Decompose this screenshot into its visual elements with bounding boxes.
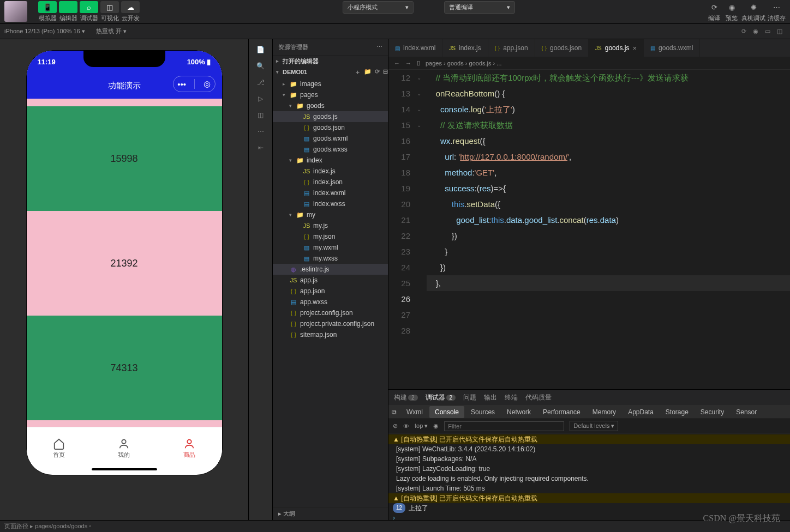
eye-icon[interactable]: 👁 — [403, 423, 409, 430]
avatar[interactable] — [4, 1, 27, 22]
file-project.config.json[interactable]: { }project.config.json — [273, 307, 388, 318]
folder-goods[interactable]: ▾📁goods — [273, 100, 388, 111]
file-.eslintrc.js[interactable]: ◍.eslintrc.js — [273, 264, 388, 275]
tab-goods.js[interactable]: JSgoods.js× — [589, 39, 644, 57]
bookmark-icon[interactable]: ▯ — [417, 59, 420, 66]
record-icon[interactable]: ◉ — [753, 28, 758, 35]
devtool-tab-Network[interactable]: Network — [501, 406, 536, 418]
search-icon[interactable]: 🔍 — [256, 62, 265, 70]
levels-dropdown[interactable]: Default levels ▾ — [570, 421, 618, 431]
file-app.js[interactable]: JSapp.js — [273, 275, 388, 286]
new-folder-icon[interactable]: 📁 — [364, 68, 372, 76]
file-goods.js[interactable]: JSgoods.js — [273, 111, 388, 122]
open-editors-section[interactable]: ▸打开的编辑器 — [273, 56, 388, 66]
more-icon[interactable]: ⋯ — [258, 128, 264, 135]
dbg-tab-终端[interactable]: 终端 — [505, 393, 518, 402]
hot-reload-toggle[interactable]: 热重载 开 ▾ — [96, 27, 127, 35]
tool-编辑器[interactable] — [59, 1, 77, 13]
debug-icon[interactable]: ▷ — [258, 95, 263, 102]
folder-pages[interactable]: ▾📁pages — [273, 89, 388, 100]
console-output[interactable]: ▲ [自动热重载] 已开启代码文件保存后自动热重载[system] WeChat… — [388, 433, 790, 520]
close-target-icon[interactable]: ◎ — [204, 79, 211, 89]
tab-goods.wxml[interactable]: ▤goods.wxml — [644, 39, 700, 57]
tool-预览[interactable]: ◉ — [724, 1, 739, 13]
tab-goods.json[interactable]: { }goods.json — [535, 39, 589, 57]
file-my.wxml[interactable]: ▤my.wxml — [273, 242, 388, 253]
tab-商品[interactable]: 商品 — [157, 427, 222, 469]
menu-icon[interactable]: ••• — [177, 80, 186, 89]
file-sitemap.json[interactable]: { }sitemap.json — [273, 329, 388, 340]
devtool-tab-AppData[interactable]: AppData — [623, 406, 659, 418]
file-project.private.config.json[interactable]: { }project.private.config.json — [273, 318, 388, 329]
devtool-tab-Sensor[interactable]: Sensor — [731, 406, 762, 418]
devtool-tab-Console[interactable]: Console — [429, 406, 464, 418]
file-index.js[interactable]: JSindex.js — [273, 166, 388, 177]
forward-icon[interactable]: → — [405, 60, 411, 66]
tab-index.js[interactable]: JSindex.js — [442, 39, 488, 57]
branch-icon[interactable]: ⎇ — [257, 78, 265, 86]
device-icon[interactable]: ▭ — [765, 28, 770, 35]
tab-app.json[interactable]: { }app.json — [488, 39, 535, 57]
file-app.wxss[interactable]: ▤app.wxss — [273, 297, 388, 307]
inspect-icon[interactable]: ⧉ — [392, 408, 397, 416]
refresh-icon[interactable]: ⟳ — [375, 68, 380, 76]
folder-images[interactable]: ▸📁images — [273, 78, 388, 89]
new-file-icon[interactable]: ＋ — [355, 68, 361, 76]
dbg-tab-代码质量[interactable]: 代码质量 — [525, 393, 552, 402]
code-editor[interactable]: 1213141516171819202122232425262728 ⌄ ⌄ ⌄… — [388, 70, 790, 389]
back-icon[interactable]: ← — [394, 60, 400, 66]
devtool-tab-Sources[interactable]: Sources — [465, 406, 500, 418]
devtool-tab-Storage[interactable]: Storage — [660, 406, 694, 418]
tab-首页[interactable]: 首页 — [27, 427, 92, 469]
file-goods.wxss[interactable]: ▤goods.wxss — [273, 144, 388, 155]
file-index.wxml[interactable]: ▤index.wxml — [273, 188, 388, 198]
tab-index.wxml[interactable]: ▤index.wxml — [388, 39, 442, 57]
console-input[interactable]: › — [388, 513, 790, 520]
mode-dropdown[interactable]: 小程序模式▾ — [343, 1, 414, 14]
tab-我的[interactable]: 我的 — [92, 427, 157, 469]
folder-index[interactable]: ▾📁index — [273, 155, 388, 166]
more-icon[interactable]: ⋯ — [376, 44, 382, 51]
outline-section[interactable]: ▸ 大纲 — [273, 507, 388, 520]
dbg-tab-调试器[interactable]: 调试器2 — [426, 393, 456, 402]
file-index.json[interactable]: { }index.json — [273, 177, 388, 188]
list-item[interactable]: 74313 — [27, 316, 222, 420]
devtool-tab-Security[interactable]: Security — [695, 406, 729, 418]
list-item[interactable] — [27, 420, 222, 427]
context-selector[interactable]: top ▾ — [415, 422, 428, 430]
device-selector[interactable]: iPhone 12/13 (Pro) 100% 16 ▾ — [4, 28, 85, 35]
devtool-tab-Performance[interactable]: Performance — [537, 406, 586, 418]
file-goods.wxml[interactable]: ▤goods.wxml — [273, 133, 388, 144]
dbg-tab-构建[interactable]: 构建2 — [394, 393, 418, 402]
collapse-icon[interactable]: ⊟ — [383, 68, 388, 76]
phone-content[interactable]: 159982139274313 — [27, 99, 222, 427]
clear-icon[interactable]: ⊘ — [393, 422, 398, 430]
tool-调试器[interactable]: ⌕ — [80, 1, 98, 13]
explorer-icon[interactable]: 📄 — [256, 46, 265, 53]
project-section[interactable]: ▾DEMO01 ＋📁⟳⊟ — [273, 66, 388, 77]
tool-编译[interactable]: ⟳ — [707, 1, 722, 13]
tool-真机调试[interactable]: ✺ — [746, 1, 761, 13]
breadcrumb[interactable]: ← → ▯ pages › goods › goods.js › ... — [388, 57, 790, 70]
tool-可视化[interactable]: ◫ — [100, 1, 119, 13]
exit-icon[interactable]: ⇤ — [258, 144, 264, 152]
refresh-icon[interactable]: ⟳ — [741, 28, 746, 35]
split-icon[interactable]: ◫ — [777, 28, 782, 35]
file-goods.json[interactable]: { }goods.json — [273, 122, 388, 133]
file-index.wxss[interactable]: ▤index.wxss — [273, 198, 388, 209]
tool-云开发[interactable]: ☁ — [121, 1, 140, 13]
ext-icon[interactable]: ◫ — [258, 111, 264, 119]
list-item[interactable]: 15998 — [27, 106, 222, 211]
compile-dropdown[interactable]: 普通编译▾ — [444, 1, 515, 14]
file-my.js[interactable]: JSmy.js — [273, 220, 388, 231]
capsule[interactable]: ••• ◎ — [173, 76, 216, 92]
live-icon[interactable]: ◉ — [433, 422, 439, 430]
file-my.wxss[interactable]: ▤my.wxss — [273, 253, 388, 264]
devtool-tab-Wxml[interactable]: Wxml — [401, 406, 428, 418]
tool-模拟器[interactable]: 📱 — [38, 1, 57, 13]
close-icon[interactable]: × — [632, 44, 637, 52]
dbg-tab-输出[interactable]: 输出 — [484, 393, 497, 402]
list-item[interactable]: 21392 — [27, 211, 222, 316]
filter-input[interactable] — [444, 421, 564, 431]
page-path[interactable]: 页面路径 ▸ pages/goods/goods ▫ — [4, 522, 91, 530]
